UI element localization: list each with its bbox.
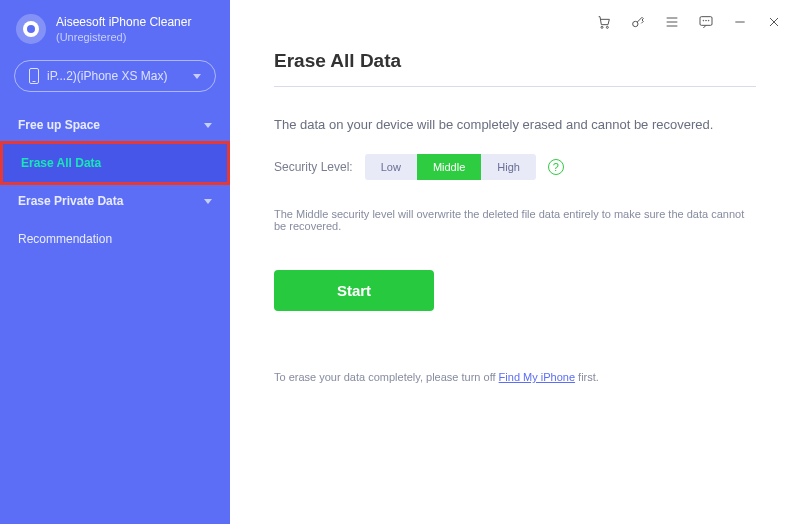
find-my-iphone-link[interactable]: Find My iPhone <box>499 371 575 383</box>
divider <box>274 86 756 87</box>
start-button[interactable]: Start <box>274 270 434 311</box>
sidebar-item-recommendation[interactable]: Recommendation <box>0 220 230 258</box>
svg-point-1 <box>606 26 608 28</box>
menu-icon[interactable] <box>664 14 680 30</box>
feedback-icon[interactable] <box>698 14 714 30</box>
phone-icon <box>29 68 39 84</box>
app-header: Aiseesoft iPhone Cleaner (Unregistered) <box>0 0 230 54</box>
topbar <box>230 0 800 44</box>
sidebar-item-label: Erase Private Data <box>18 194 123 208</box>
chevron-down-icon <box>204 199 212 204</box>
nav: Free up Space Erase All Data Erase Priva… <box>0 106 230 258</box>
device-selector[interactable]: iP...2)(iPhone XS Max) <box>14 60 216 92</box>
sidebar-item-erase-private-data[interactable]: Erase Private Data <box>0 182 230 220</box>
key-icon[interactable] <box>630 14 646 30</box>
footnote-post: first. <box>575 371 599 383</box>
svg-point-4 <box>703 20 704 21</box>
page-title: Erase All Data <box>274 50 756 72</box>
level-middle-button[interactable]: Middle <box>417 154 481 180</box>
sidebar-item-label: Free up Space <box>18 118 100 132</box>
app-title: Aiseesoft iPhone Cleaner <box>56 15 191 31</box>
minimize-icon[interactable] <box>732 14 748 30</box>
svg-point-6 <box>708 20 709 21</box>
security-level-row: Security Level: Low Middle High ? <box>274 154 756 180</box>
level-high-button[interactable]: High <box>481 154 536 180</box>
sidebar-item-label: Recommendation <box>18 232 112 246</box>
security-label: Security Level: <box>274 160 353 174</box>
sidebar: Aiseesoft iPhone Cleaner (Unregistered) … <box>0 0 230 524</box>
sidebar-item-free-up-space[interactable]: Free up Space <box>0 106 230 144</box>
app-logo <box>16 14 46 44</box>
device-label: iP...2)(iPhone XS Max) <box>47 69 168 83</box>
level-description: The Middle security level will overwrite… <box>274 208 756 232</box>
close-icon[interactable] <box>766 14 782 30</box>
svg-point-2 <box>633 21 638 26</box>
lead-text: The data on your device will be complete… <box>274 117 756 132</box>
level-low-button[interactable]: Low <box>365 154 417 180</box>
sidebar-item-label: Erase All Data <box>21 156 101 170</box>
footnote-pre: To erase your data completely, please tu… <box>274 371 499 383</box>
cart-icon[interactable] <box>596 14 612 30</box>
content: Erase All Data The data on your device w… <box>230 44 800 524</box>
chevron-down-icon <box>204 123 212 128</box>
sidebar-item-erase-all-data[interactable]: Erase All Data <box>0 141 230 185</box>
svg-point-5 <box>706 20 707 21</box>
svg-point-0 <box>601 26 603 28</box>
main: Erase All Data The data on your device w… <box>230 0 800 524</box>
security-level-segment: Low Middle High <box>365 154 536 180</box>
footnote: To erase your data completely, please tu… <box>274 371 756 383</box>
app-status: (Unregistered) <box>56 31 191 43</box>
chevron-down-icon <box>193 74 201 79</box>
help-icon[interactable]: ? <box>548 159 564 175</box>
